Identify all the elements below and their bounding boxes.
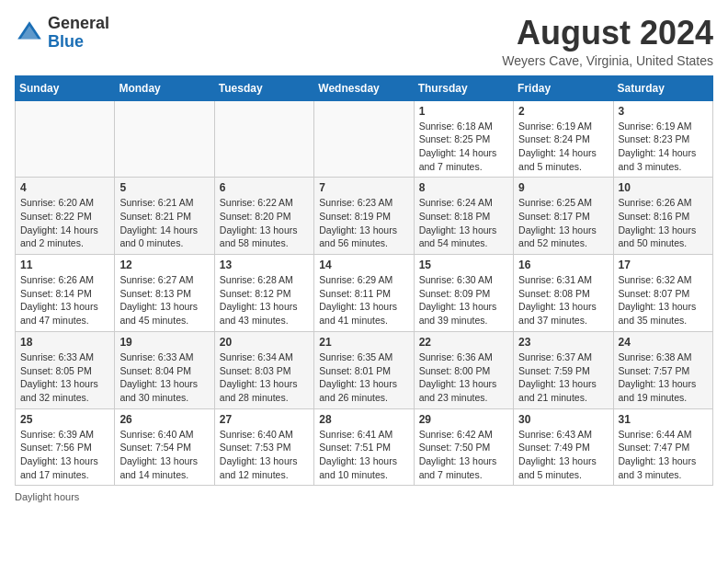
calendar-header-row: SundayMondayTuesdayWednesdayThursdayFrid… (16, 75, 713, 100)
calendar-cell: 1Sunrise: 6:18 AMSunset: 8:25 PMDaylight… (414, 100, 513, 178)
day-number: 10 (619, 181, 708, 194)
calendar-cell: 31Sunrise: 6:44 AMSunset: 7:47 PMDayligh… (613, 408, 712, 486)
calendar-cell: 18Sunrise: 6:33 AMSunset: 8:05 PMDayligh… (16, 331, 115, 408)
day-info: Sunrise: 6:29 AMSunset: 8:11 PMDaylight:… (319, 273, 408, 327)
day-info: Sunrise: 6:24 AMSunset: 8:18 PMDaylight:… (419, 196, 508, 250)
day-number: 4 (20, 181, 109, 194)
calendar-week-row: 11Sunrise: 6:26 AMSunset: 8:14 PMDayligh… (16, 255, 713, 332)
day-number: 29 (419, 413, 508, 426)
day-info: Sunrise: 6:19 AMSunset: 8:23 PMDaylight:… (619, 120, 708, 174)
logo-blue: Blue (48, 32, 84, 51)
calendar-cell: 21Sunrise: 6:35 AMSunset: 8:01 PMDayligh… (314, 331, 414, 408)
calendar-day-header: Friday (514, 75, 613, 100)
day-number: 3 (619, 105, 708, 118)
calendar-cell: 10Sunrise: 6:26 AMSunset: 8:16 PMDayligh… (613, 178, 712, 255)
day-number: 18 (20, 336, 109, 349)
day-number: 8 (419, 181, 508, 194)
month-year: August 2024 (502, 15, 713, 52)
day-number: 30 (518, 413, 608, 426)
calendar-cell: 16Sunrise: 6:31 AMSunset: 8:08 PMDayligh… (514, 255, 613, 332)
calendar-day-header: Thursday (414, 75, 513, 100)
day-number: 23 (518, 336, 608, 349)
day-number: 11 (20, 259, 109, 271)
calendar-cell: 7Sunrise: 6:23 AMSunset: 8:19 PMDaylight… (314, 178, 414, 255)
calendar-cell: 20Sunrise: 6:34 AMSunset: 8:03 PMDayligh… (214, 331, 313, 408)
day-number: 16 (518, 259, 608, 271)
calendar-cell: 19Sunrise: 6:33 AMSunset: 8:04 PMDayligh… (115, 331, 214, 408)
calendar-cell: 22Sunrise: 6:36 AMSunset: 8:00 PMDayligh… (414, 331, 513, 408)
calendar-cell: 30Sunrise: 6:43 AMSunset: 7:49 PMDayligh… (514, 408, 613, 486)
calendar-day-header: Monday (115, 75, 214, 100)
logo: General Blue (15, 15, 109, 52)
day-number: 31 (619, 413, 708, 426)
calendar-cell: 14Sunrise: 6:29 AMSunset: 8:11 PMDayligh… (314, 255, 414, 332)
calendar-cell: 17Sunrise: 6:32 AMSunset: 8:07 PMDayligh… (613, 255, 712, 332)
calendar-cell: 8Sunrise: 6:24 AMSunset: 8:18 PMDaylight… (414, 178, 513, 255)
calendar-cell: 25Sunrise: 6:39 AMSunset: 7:56 PMDayligh… (16, 408, 115, 486)
day-info: Sunrise: 6:25 AMSunset: 8:17 PMDaylight:… (518, 196, 608, 250)
page-header: General Blue August 2024 Weyers Cave, Vi… (15, 15, 713, 68)
day-number: 28 (319, 413, 408, 426)
calendar-cell: 2Sunrise: 6:19 AMSunset: 8:24 PMDaylight… (514, 100, 613, 178)
day-info: Sunrise: 6:37 AMSunset: 7:59 PMDaylight:… (518, 350, 608, 405)
calendar-cell: 13Sunrise: 6:28 AMSunset: 8:12 PMDayligh… (214, 255, 313, 332)
location: Weyers Cave, Virginia, United States (502, 53, 713, 68)
calendar-cell: 6Sunrise: 6:22 AMSunset: 8:20 PMDaylight… (214, 178, 313, 255)
calendar-cell: 5Sunrise: 6:21 AMSunset: 8:21 PMDaylight… (115, 178, 214, 255)
day-info: Sunrise: 6:40 AMSunset: 7:53 PMDaylight:… (220, 428, 309, 482)
day-number: 2 (518, 105, 608, 118)
calendar-cell (115, 100, 214, 178)
day-number: 17 (619, 259, 708, 271)
calendar-cell: 28Sunrise: 6:41 AMSunset: 7:51 PMDayligh… (314, 408, 414, 486)
day-info: Sunrise: 6:33 AMSunset: 8:05 PMDaylight:… (20, 350, 109, 405)
logo-icon (15, 18, 44, 48)
day-number: 14 (319, 259, 408, 271)
calendar-cell: 4Sunrise: 6:20 AMSunset: 8:22 PMDaylight… (16, 178, 115, 255)
day-info: Sunrise: 6:34 AMSunset: 8:03 PMDaylight:… (220, 350, 309, 405)
calendar-cell: 24Sunrise: 6:38 AMSunset: 7:57 PMDayligh… (613, 331, 712, 408)
day-info: Sunrise: 6:38 AMSunset: 7:57 PMDaylight:… (619, 350, 708, 405)
day-info: Sunrise: 6:43 AMSunset: 7:49 PMDaylight:… (518, 428, 608, 482)
day-info: Sunrise: 6:31 AMSunset: 8:08 PMDaylight:… (518, 273, 608, 327)
day-number: 1 (419, 105, 508, 118)
day-info: Sunrise: 6:44 AMSunset: 7:47 PMDaylight:… (619, 428, 708, 482)
day-info: Sunrise: 6:41 AMSunset: 7:51 PMDaylight:… (319, 428, 408, 482)
day-info: Sunrise: 6:20 AMSunset: 8:22 PMDaylight:… (20, 196, 109, 250)
day-number: 22 (419, 336, 508, 349)
day-info: Sunrise: 6:26 AMSunset: 8:16 PMDaylight:… (619, 196, 708, 250)
calendar-cell: 11Sunrise: 6:26 AMSunset: 8:14 PMDayligh… (16, 255, 115, 332)
day-number: 9 (518, 181, 608, 194)
day-info: Sunrise: 6:42 AMSunset: 7:50 PMDaylight:… (419, 428, 508, 482)
day-info: Sunrise: 6:19 AMSunset: 8:24 PMDaylight:… (518, 120, 608, 174)
day-number: 24 (619, 336, 708, 349)
day-number: 19 (119, 336, 209, 349)
day-info: Sunrise: 6:36 AMSunset: 8:00 PMDaylight:… (419, 350, 508, 405)
calendar-day-header: Tuesday (214, 75, 313, 100)
day-number: 5 (119, 181, 209, 194)
day-info: Sunrise: 6:35 AMSunset: 8:01 PMDaylight:… (319, 350, 408, 405)
calendar-week-row: 25Sunrise: 6:39 AMSunset: 7:56 PMDayligh… (16, 408, 713, 486)
calendar-day-header: Saturday (613, 75, 712, 100)
calendar-day-header: Sunday (16, 75, 115, 100)
day-number: 25 (20, 413, 109, 426)
day-number: 6 (220, 181, 309, 194)
calendar-week-row: 18Sunrise: 6:33 AMSunset: 8:05 PMDayligh… (16, 331, 713, 408)
day-info: Sunrise: 6:22 AMSunset: 8:20 PMDaylight:… (220, 196, 309, 250)
calendar-cell (214, 100, 313, 178)
calendar-cell: 27Sunrise: 6:40 AMSunset: 7:53 PMDayligh… (214, 408, 313, 486)
calendar-week-row: 1Sunrise: 6:18 AMSunset: 8:25 PMDaylight… (16, 100, 713, 178)
day-number: 26 (119, 413, 209, 426)
day-number: 21 (319, 336, 408, 349)
logo-general: General (48, 14, 109, 32)
calendar-cell: 9Sunrise: 6:25 AMSunset: 8:17 PMDaylight… (514, 178, 613, 255)
day-info: Sunrise: 6:32 AMSunset: 8:07 PMDaylight:… (619, 273, 708, 327)
calendar-cell: 15Sunrise: 6:30 AMSunset: 8:09 PMDayligh… (414, 255, 513, 332)
day-info: Sunrise: 6:27 AMSunset: 8:13 PMDaylight:… (119, 273, 209, 327)
day-info: Sunrise: 6:28 AMSunset: 8:12 PMDaylight:… (220, 273, 309, 327)
day-number: 15 (419, 259, 508, 271)
calendar-cell (314, 100, 414, 178)
day-info: Sunrise: 6:39 AMSunset: 7:56 PMDaylight:… (20, 428, 109, 482)
calendar-cell: 12Sunrise: 6:27 AMSunset: 8:13 PMDayligh… (115, 255, 214, 332)
day-info: Sunrise: 6:23 AMSunset: 8:19 PMDaylight:… (319, 196, 408, 250)
day-info: Sunrise: 6:33 AMSunset: 8:04 PMDaylight:… (119, 350, 209, 405)
